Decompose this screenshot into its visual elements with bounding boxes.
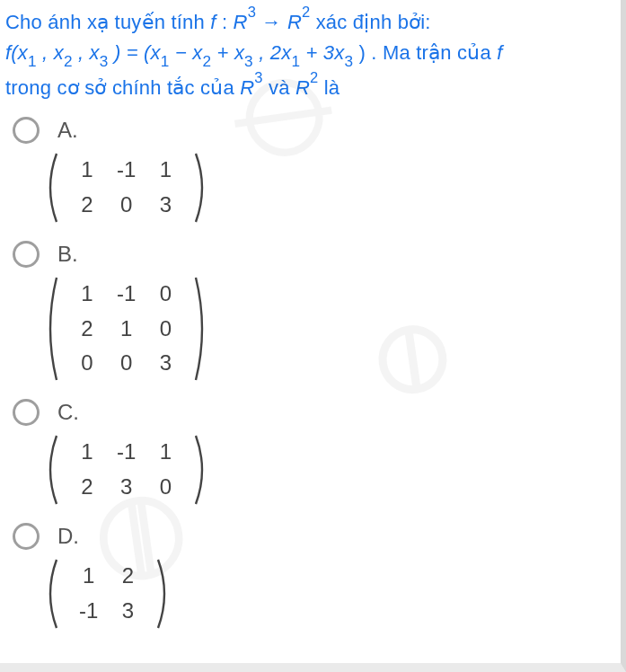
paren-open-icon [41, 151, 59, 225]
option-d[interactable]: D. 12-13 [5, 523, 612, 634]
matrix-cell: 2 [118, 561, 137, 592]
answer-options: A. 1-11203 B. 1-10210003 C. [5, 117, 612, 634]
paren-open-icon [41, 557, 59, 631]
text: R [295, 77, 310, 100]
matrix-cells: 1-11230 [59, 433, 193, 507]
option-label: B. [57, 242, 78, 267]
paren-open-icon [41, 275, 59, 383]
radio-button[interactable] [13, 241, 40, 268]
matrix-cells: 12-13 [59, 557, 155, 631]
radio-button[interactable] [13, 523, 40, 550]
matrix-cell: 1 [77, 561, 100, 592]
matrix-cells: 1-10210003 [59, 275, 193, 383]
sub: 2 [202, 52, 211, 70]
matrix-cell: 1 [77, 437, 97, 468]
text: và [269, 77, 295, 100]
text: , x [78, 41, 100, 64]
text: f [497, 41, 502, 64]
option-label: A. [57, 118, 78, 143]
matrix-cell: 0 [155, 472, 175, 503]
matrix: 1-11203 [41, 151, 211, 225]
paren-close-icon [155, 557, 173, 631]
text: , x [42, 41, 64, 64]
matrix-cell: 2 [77, 190, 97, 221]
sub: 2 [64, 52, 73, 70]
matrix-cell: 2 [77, 313, 97, 344]
sub: 3 [100, 52, 109, 70]
matrix-cells: 1-11203 [59, 151, 193, 225]
text: → [261, 11, 287, 33]
matrix-cell: 3 [115, 472, 137, 503]
option-c[interactable]: C. 1-11230 [5, 399, 612, 510]
matrix-cell: 0 [155, 279, 175, 310]
matrix-cell: -1 [77, 596, 100, 627]
option-label: C. [57, 400, 79, 425]
paren-close-icon [193, 151, 211, 225]
paren-close-icon [193, 275, 211, 383]
question-text: Cho ánh xạ tuyến tính f : R3 → R2 xác đị… [5, 5, 612, 104]
radio-button[interactable] [13, 399, 40, 426]
option-label: D. [57, 524, 79, 549]
text: R [287, 11, 302, 33]
matrix-cell: -1 [115, 155, 137, 186]
text: ) = (x [114, 41, 161, 64]
matrix-cell: 1 [155, 155, 175, 186]
text: − x [175, 41, 203, 64]
text: + x [217, 41, 245, 64]
sub: 1 [161, 52, 170, 70]
matrix-cell: 3 [155, 190, 175, 221]
text: ) . [359, 41, 377, 64]
radio-button[interactable] [13, 117, 40, 144]
text: Cho ánh xạ tuyến tính [5, 11, 210, 33]
matrix-cell: -1 [115, 437, 137, 468]
text: R [234, 11, 248, 33]
matrix: 1-10210003 [41, 275, 211, 383]
matrix-cell: 1 [77, 155, 97, 186]
matrix-cell: 1 [77, 279, 97, 310]
matrix: 1-11230 [41, 433, 211, 507]
text: f(x [5, 41, 28, 64]
sub: 3 [244, 52, 253, 70]
sub: 1 [291, 52, 300, 70]
matrix-cell: 1 [155, 437, 175, 468]
text: f [210, 11, 216, 33]
paren-open-icon [41, 433, 59, 507]
matrix-cell: 1 [115, 313, 137, 344]
text: R [240, 77, 254, 100]
matrix: 12-13 [41, 557, 173, 631]
text: : [222, 11, 234, 33]
matrix-cell: -1 [115, 279, 137, 310]
text: + 3x [305, 41, 344, 64]
matrix-cell: 0 [115, 348, 137, 379]
matrix-cell: 3 [155, 348, 175, 379]
matrix-cell: 0 [155, 313, 175, 344]
text: trong cơ sở chính tắc của [5, 77, 240, 100]
paren-close-icon [193, 433, 211, 507]
fade-cut [0, 643, 615, 654]
option-a[interactable]: A. 1-11203 [5, 117, 612, 228]
text: là [324, 77, 340, 100]
matrix-cell: 2 [77, 472, 97, 503]
matrix-cell: 0 [77, 348, 97, 379]
text: Ma trận của [383, 41, 497, 64]
text: , 2x [259, 41, 291, 64]
text: xác định bởi: [316, 11, 431, 33]
matrix-cell: 0 [115, 190, 137, 221]
sub: 1 [28, 52, 37, 70]
matrix-cell: 3 [118, 596, 137, 627]
sub: 3 [344, 52, 353, 70]
option-b[interactable]: B. 1-10210003 [5, 241, 612, 386]
question-card: ⦵ ⦶ ⦷ Cho ánh xạ tuyến tính f : R3 → R2 … [0, 0, 626, 672]
